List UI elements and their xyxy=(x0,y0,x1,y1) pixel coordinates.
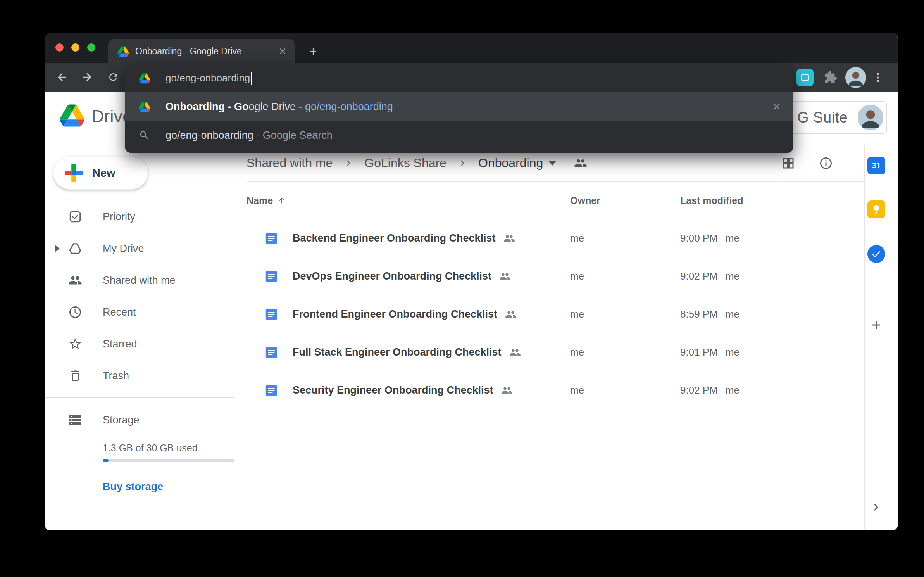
file-name: Frontend Engineer Onboarding Checklist xyxy=(293,308,497,320)
file-owner: me xyxy=(570,257,584,295)
storage-progress-fill xyxy=(103,459,109,462)
info-icon[interactable] xyxy=(818,155,834,171)
column-header-modified[interactable]: Last modified xyxy=(680,182,743,219)
file-modified-by: me xyxy=(726,270,740,282)
breadcrumb-onboarding[interactable]: Onboarding xyxy=(478,156,543,170)
file-modified-time: 8:59 PM xyxy=(680,308,718,320)
open-side-panel-chevron-icon[interactable] xyxy=(869,500,883,514)
sidebar-item-label: Starred xyxy=(103,338,137,350)
file-row[interactable]: Security Engineer Onboarding Checklist m… xyxy=(247,371,792,409)
sidebar-item-recent[interactable]: Recent xyxy=(45,296,234,328)
suggestion-title-rest: ogle Drive xyxy=(248,101,296,113)
google-docs-icon xyxy=(264,231,278,245)
close-window-button[interactable] xyxy=(55,43,64,52)
file-row[interactable]: Full Stack Engineer Onboarding Checklist… xyxy=(247,333,792,371)
file-name: Security Engineer Onboarding Checklist xyxy=(293,384,493,396)
file-modified-by: me xyxy=(726,232,740,244)
star-icon xyxy=(68,337,82,351)
forward-button[interactable] xyxy=(77,67,98,88)
file-row[interactable]: Frontend Engineer Onboarding Checklist m… xyxy=(247,295,792,333)
side-panel-divider xyxy=(864,145,865,530)
suggestion-url: go/eng-onboarding xyxy=(305,101,393,113)
folder-menu-caret-icon[interactable] xyxy=(548,161,556,166)
breadcrumb-golinks-share[interactable]: GoLinks Share xyxy=(364,156,446,170)
sort-ascending-icon[interactable] xyxy=(278,196,286,205)
omnibox-value: go/eng-onboarding xyxy=(165,72,250,84)
minimize-window-button[interactable] xyxy=(71,43,79,52)
text-cursor xyxy=(251,72,252,85)
file-table-header: Name Owner Last modified xyxy=(247,182,792,219)
file-modified-time: 9:02 PM xyxy=(680,270,718,282)
trash-icon xyxy=(68,369,82,383)
browser-menu-icon[interactable] xyxy=(872,63,884,92)
sidebar-item-shared-with-me[interactable]: Shared with me xyxy=(45,264,234,296)
new-tab-button[interactable] xyxy=(304,42,322,61)
google-drive-app: Drive G Suite New Priority My xyxy=(45,92,898,530)
grid-view-toggle-icon[interactable] xyxy=(780,155,796,171)
file-modified-by: me xyxy=(726,384,740,396)
omnibox-input[interactable]: go/eng-onboarding xyxy=(125,64,793,92)
file-name: DevOps Engineer Onboarding Checklist xyxy=(293,270,491,282)
browser-profile-avatar[interactable] xyxy=(845,63,866,92)
column-header-owner[interactable]: Owner xyxy=(570,182,600,219)
gsuite-account-box: G Suite xyxy=(785,101,887,134)
back-button[interactable] xyxy=(52,67,72,88)
new-button-label: New xyxy=(92,167,116,180)
suggestion-google-search[interactable]: go/eng-onboarding - Google Search xyxy=(125,121,793,150)
google-docs-icon xyxy=(264,269,278,283)
storage-usage-text: 1.3 GB of 30 GB used xyxy=(103,442,198,454)
suggestion-drive-result[interactable]: Onboarding - Go ogle Drive - go/eng-onbo… xyxy=(125,92,793,121)
chevron-right-icon xyxy=(457,157,468,169)
sidebar-item-my-drive[interactable]: My Drive xyxy=(45,233,234,264)
google-docs-icon xyxy=(264,384,278,397)
file-modified-by: me xyxy=(726,346,740,358)
google-keep-icon[interactable] xyxy=(867,200,885,218)
golinks-extension-icon[interactable] xyxy=(796,63,814,92)
gsuite-label: G Suite xyxy=(797,109,848,126)
expand-caret-icon[interactable] xyxy=(55,245,60,252)
google-calendar-icon[interactable]: 31 xyxy=(867,157,885,174)
chevron-right-icon xyxy=(343,157,354,169)
sidebar-item-priority[interactable]: Priority xyxy=(45,201,234,233)
tab-strip: Onboarding - Google Drive xyxy=(45,33,898,63)
suggestion-separator: - xyxy=(296,101,305,113)
column-header-name[interactable]: Name xyxy=(247,182,286,219)
sidebar-item-label: Storage xyxy=(103,414,140,426)
new-button[interactable]: New xyxy=(53,156,148,190)
file-name: Full Stack Engineer Onboarding Checklist xyxy=(293,346,502,358)
omnibox-dropdown: go/eng-onboarding Onboarding - Go ogle D… xyxy=(125,64,793,153)
file-owner: me xyxy=(570,219,584,257)
browser-window: Onboarding - Google Drive xyxy=(45,33,898,530)
browser-tab[interactable]: Onboarding - Google Drive xyxy=(108,39,295,63)
file-row[interactable]: DevOps Engineer Onboarding Checklist me … xyxy=(247,257,792,295)
extension-puzzle-icon[interactable] xyxy=(822,63,839,92)
tab-close-icon[interactable] xyxy=(276,45,289,58)
sidebar-item-storage[interactable]: Storage xyxy=(45,404,234,436)
zoom-window-button[interactable] xyxy=(87,43,95,52)
sidebar-item-starred[interactable]: Starred xyxy=(45,328,234,360)
drive-favicon xyxy=(139,73,150,83)
file-modified-time: 9:02 PM xyxy=(680,384,718,396)
google-drive-logo[interactable] xyxy=(60,104,84,127)
file-owner: me xyxy=(570,371,584,409)
sidebar-divider xyxy=(45,397,234,398)
file-modified-by: me xyxy=(726,308,740,320)
reload-button[interactable] xyxy=(103,67,124,88)
file-row[interactable]: Backend Engineer Onboarding Checklist me… xyxy=(247,219,792,257)
account-avatar[interactable] xyxy=(858,105,883,130)
tab-title: Onboarding - Google Drive xyxy=(135,46,276,57)
people-icon xyxy=(68,273,82,287)
search-icon xyxy=(139,130,150,141)
remove-suggestion-icon[interactable] xyxy=(770,100,784,114)
shared-people-icon xyxy=(509,347,521,358)
suggestion-title-match: Onboarding - Go xyxy=(165,101,248,113)
breadcrumb-shared-with-me[interactable]: Shared with me xyxy=(247,156,333,170)
add-addon-icon[interactable] xyxy=(866,315,886,335)
shared-people-icon xyxy=(501,385,513,396)
buy-storage-link[interactable]: Buy storage xyxy=(103,481,163,493)
suggestion-query-suffix: - Google Search xyxy=(253,130,333,142)
sidebar-item-trash[interactable]: Trash xyxy=(45,360,234,392)
sidebar-item-label: Shared with me xyxy=(103,275,176,287)
priority-check-icon xyxy=(68,210,82,224)
google-tasks-icon[interactable] xyxy=(867,245,885,263)
